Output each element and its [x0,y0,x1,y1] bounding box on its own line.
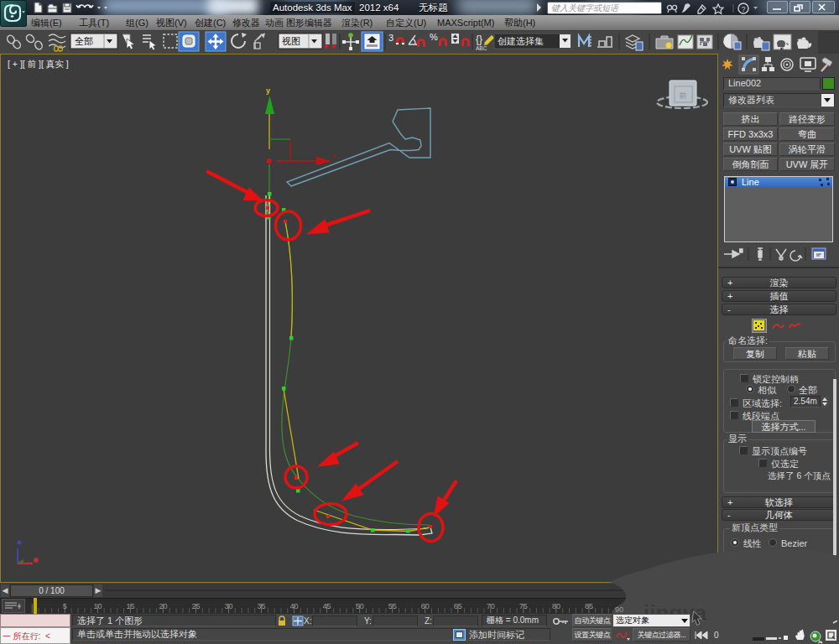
svg-text:0: 0 [714,631,719,640]
